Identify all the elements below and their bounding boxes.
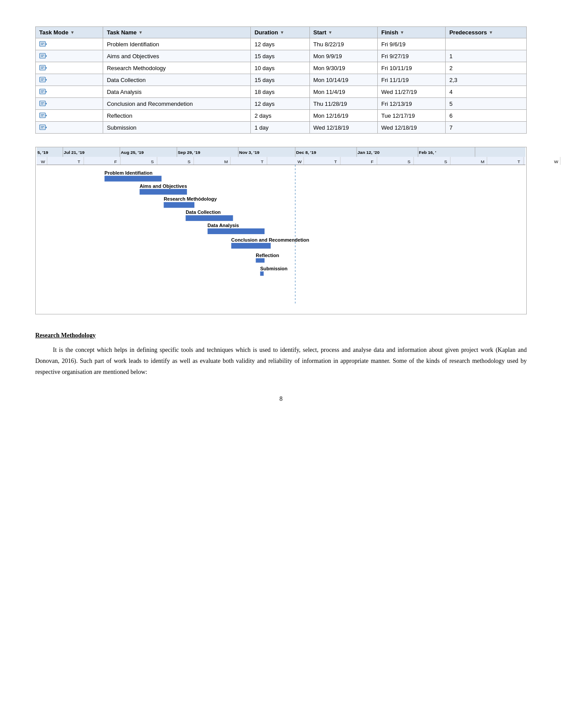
svg-text:T: T	[78, 159, 80, 164]
duration-cell: 15 days	[251, 50, 309, 62]
finish-cell: Wed 11/27/19	[378, 86, 446, 98]
sort-arrow-pred: ▼	[489, 30, 493, 35]
svg-text:S: S	[151, 159, 154, 164]
task-mode-cell	[36, 38, 103, 50]
table-row: Aims and Objectives15 daysMon 9/9/19Fri …	[36, 50, 527, 62]
start-cell: Mon 11/4/19	[309, 86, 377, 98]
predecessors-cell: 6	[446, 110, 527, 122]
predecessors-cell: 5	[446, 98, 527, 110]
svg-rect-99	[256, 258, 264, 263]
table-row: Data Analysis18 daysMon 11/4/19Wed 11/27…	[36, 86, 527, 98]
svg-text:W: W	[298, 159, 302, 164]
th-start[interactable]: Start ▼	[309, 27, 377, 38]
task-mode-cell	[36, 74, 103, 86]
svg-text:Nov 3, '19: Nov 3, '19	[239, 150, 260, 155]
task-mode-cell	[36, 110, 103, 122]
svg-text:Jan 12, '20: Jan 12, '20	[357, 150, 380, 155]
start-cell: Thu 8/22/19	[309, 38, 377, 50]
start-cell: Mon 9/30/19	[309, 62, 377, 74]
svg-rect-4	[40, 53, 45, 58]
task-name-cell: Conclusion and Recommendetion	[103, 98, 251, 110]
svg-text:W: W	[41, 159, 45, 164]
task-name-cell: Submission	[103, 122, 251, 134]
sort-arrow-taskname: ▼	[138, 30, 143, 35]
duration-cell: 18 days	[251, 86, 309, 98]
finish-cell: Fri 9/6/19	[378, 38, 446, 50]
task-mode-cell	[36, 122, 103, 134]
svg-text:T: T	[334, 159, 337, 164]
th-task-name[interactable]: Task Name ▼	[103, 27, 251, 38]
content-paragraph: It is the concept which helps in definin…	[35, 344, 527, 378]
start-cell: Mon 12/16/19	[309, 110, 377, 122]
duration-cell: 12 days	[251, 38, 309, 50]
table-row: Data Collection15 daysMon 10/14/19Fri 11…	[36, 74, 527, 86]
page-number: 8	[35, 396, 527, 403]
svg-rect-89	[140, 189, 187, 195]
task-table-section: Task Mode ▼ Task Name ▼ Duration ▼	[35, 26, 527, 134]
th-predecessors[interactable]: Predecessors ▼	[446, 27, 527, 38]
predecessors-cell: 2	[446, 62, 527, 74]
svg-rect-12	[40, 77, 45, 82]
svg-text:Data Analysis: Data Analysis	[208, 223, 239, 228]
svg-text:Dec 8, '19: Dec 8, '19	[296, 150, 316, 155]
svg-text:Sep 29, '19: Sep 29, '19	[178, 150, 200, 155]
svg-rect-93	[186, 215, 233, 221]
predecessors-cell: 7	[446, 122, 527, 134]
start-cell: Mon 10/14/19	[309, 74, 377, 86]
svg-text:Submission: Submission	[260, 266, 287, 271]
svg-text:Research Methódology: Research Methódology	[164, 196, 217, 202]
task-name-cell: Research Methodology	[103, 62, 251, 74]
th-task-mode[interactable]: Task Mode ▼	[36, 27, 103, 38]
svg-text:Aug 25, '19: Aug 25, '19	[121, 150, 144, 155]
svg-rect-49	[37, 157, 525, 165]
sort-arrow-finish: ▼	[400, 30, 404, 35]
svg-text:Feb 16, ': Feb 16, '	[419, 150, 436, 155]
finish-cell: Wed 12/18/19	[378, 122, 446, 134]
svg-text:F: F	[114, 159, 117, 164]
predecessors-cell: 1	[446, 50, 527, 62]
task-mode-cell	[36, 50, 103, 62]
svg-text:Data Collection: Data Collection	[186, 209, 221, 215]
svg-text:Jul 21, '19: Jul 21, '19	[64, 150, 85, 155]
finish-cell: Fri 12/13/19	[378, 98, 446, 110]
duration-cell: 15 days	[251, 74, 309, 86]
duration-cell: 12 days	[251, 98, 309, 110]
duration-cell: 10 days	[251, 62, 309, 74]
table-row: Research Methodology10 daysMon 9/30/19Fr…	[36, 62, 527, 74]
svg-rect-97	[231, 243, 271, 249]
table-row: Problem Identifiation12 daysThu 8/22/19F…	[36, 38, 527, 50]
svg-rect-24	[40, 113, 45, 118]
svg-text:S: S	[188, 159, 191, 164]
svg-text:M: M	[224, 159, 228, 164]
svg-rect-16	[40, 89, 45, 94]
th-duration[interactable]: Duration ▼	[251, 27, 309, 38]
sort-arrow-duration: ▼	[280, 30, 284, 35]
task-name-cell: Data Collection	[103, 74, 251, 86]
svg-rect-0	[40, 41, 45, 46]
duration-cell: 2 days	[251, 110, 309, 122]
sort-arrow-start: ▼	[328, 30, 332, 35]
svg-text:W: W	[554, 159, 558, 164]
svg-text:F: F	[371, 159, 373, 164]
finish-cell: Fri 9/27/19	[378, 50, 446, 62]
task-mode-cell	[36, 98, 103, 110]
task-name-cell: Aims and Objectives	[103, 50, 251, 62]
duration-cell: 1 day	[251, 122, 309, 134]
svg-rect-87	[104, 176, 161, 182]
predecessors-cell: 4	[446, 86, 527, 98]
table-row: Conclusion and Recommendetion12 daysThu …	[36, 98, 527, 110]
task-name-cell: Problem Identifiation	[103, 38, 251, 50]
svg-text:Conclusion and Recommendetion: Conclusion and Recommendetion	[231, 237, 309, 243]
svg-rect-91	[164, 202, 194, 208]
svg-text:T: T	[517, 159, 520, 164]
svg-text:5, '19: 5, '19	[37, 150, 48, 155]
svg-text:Aims and Objectives: Aims and Objectives	[140, 183, 187, 189]
svg-text:Problem Identifiation: Problem Identifiation	[104, 170, 153, 175]
content-section: Research Methodology It is the concept w…	[35, 332, 527, 378]
start-cell: Mon 9/9/19	[309, 50, 377, 62]
svg-rect-95	[208, 228, 264, 234]
th-finish[interactable]: Finish ▼	[378, 27, 446, 38]
gantt-table: Task Mode ▼ Task Name ▼ Duration ▼	[35, 26, 527, 134]
svg-text:S: S	[444, 159, 447, 164]
task-mode-cell	[36, 86, 103, 98]
